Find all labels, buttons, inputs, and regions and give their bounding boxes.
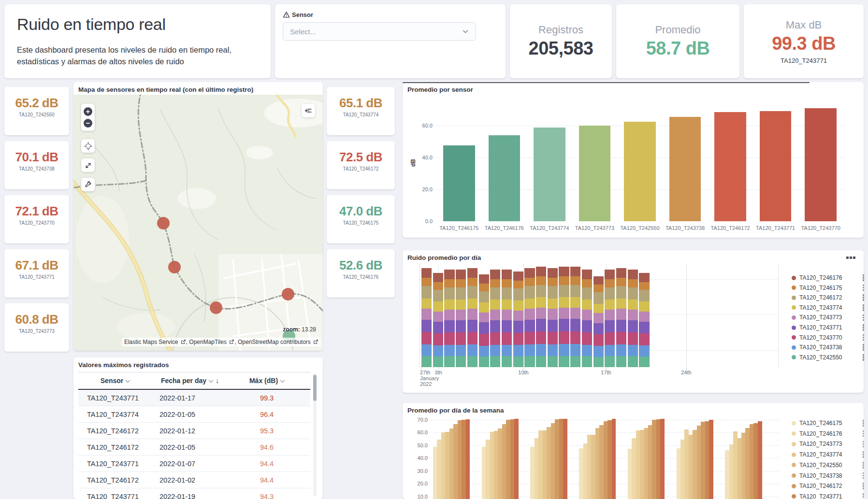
stack-segment-TA120_T243774[interactable] (616, 299, 626, 309)
legend-item-TA120_T242550[interactable]: TA120_T242550 (792, 462, 864, 469)
column-header-fecha[interactable]: Fecha per day ↓ (152, 377, 228, 385)
legend-item-TA120_T243770[interactable]: TA120_T243770 (792, 334, 864, 341)
sensor-map-marker[interactable] (168, 261, 181, 273)
stack-segment-TA120_T243770[interactable] (502, 332, 512, 345)
stack-segment-TA120_T243770[interactable] (524, 332, 535, 344)
stack-segment-TA120_T243771[interactable] (479, 322, 489, 334)
stack-segment-TA120_T246172[interactable] (593, 292, 604, 303)
stack-segment-TA120_T243771[interactable] (639, 322, 649, 333)
stack-segment-TA120_T243770[interactable] (456, 332, 466, 345)
stack-segment-TA120_T243770[interactable] (536, 331, 546, 344)
legend-actions-icon[interactable] (863, 451, 864, 458)
stack-segment-TA120_T246175[interactable] (456, 279, 466, 287)
set-view-button[interactable] (81, 139, 95, 153)
bar-TA120_T246172[interactable] (714, 112, 746, 221)
stack-segment-TA120_T243771[interactable] (536, 319, 546, 331)
legend-actions-icon[interactable] (863, 430, 864, 437)
stack-segment-TA120_T243773[interactable] (593, 313, 604, 323)
stack-segment-TA120_T243774[interactable] (548, 299, 558, 309)
legend-actions-icon[interactable] (863, 285, 865, 291)
stack-segment-TA120_T246175[interactable] (479, 284, 489, 291)
stack-segment-TA120_T243774[interactable] (605, 299, 615, 310)
legend-actions-icon[interactable] (863, 344, 865, 351)
stack-segment-TA120_T243771[interactable] (490, 320, 500, 332)
stack-segment-TA120_T243773[interactable] (490, 310, 500, 320)
stack-segment-TA120_T243738[interactable] (524, 344, 535, 356)
sensor-select[interactable]: Select... (283, 22, 476, 41)
legend-actions-icon[interactable] (863, 274, 865, 281)
legend-actions-icon[interactable] (863, 334, 865, 341)
stack-segment-TA120_T246176[interactable] (421, 268, 432, 278)
stack-segment-TA120_T243738[interactable] (421, 344, 432, 356)
stack-segment-TA120_T243774[interactable] (490, 299, 500, 310)
stack-segment-TA120_T246175[interactable] (444, 279, 454, 287)
stack-segment-TA120_T246175[interactable] (513, 281, 523, 289)
legend-item-TA120_T243774[interactable]: TA120_T243774 (792, 451, 864, 458)
stack-segment-TA120_T243771[interactable] (628, 320, 638, 332)
stack-segment-TA120_T243738[interactable] (456, 345, 466, 356)
stack-segment-TA120_T242550[interactable] (502, 356, 512, 367)
stack-segment-TA120_T246176[interactable] (548, 268, 558, 278)
stack-segment-TA120_T242550[interactable] (490, 356, 500, 367)
stack-segment-TA120_T246172[interactable] (524, 286, 535, 298)
stack-segment-TA120_T243738[interactable] (490, 345, 500, 356)
stack-segment-TA120_T246172[interactable] (628, 287, 638, 299)
stack-segment-TA120_T243773[interactable] (444, 310, 454, 320)
stack-segment-TA120_T243771[interactable] (616, 320, 626, 332)
stack-segment-TA120_T242550[interactable] (421, 356, 432, 367)
stack-segment-TA120_T246176[interactable] (467, 268, 477, 278)
table-row[interactable]: TA120_T243771 2022-01-07 94.4 (78, 456, 310, 472)
stack-segment-TA120_T242550[interactable] (548, 356, 558, 367)
stack-segment-TA120_T243774[interactable] (524, 299, 535, 309)
stack-segment-TA120_T246172[interactable] (513, 288, 523, 300)
stack-segment-TA120_T243738[interactable] (433, 345, 443, 356)
stack-segment-TA120_T243774[interactable] (570, 297, 580, 308)
stack-segment-TA120_T246175[interactable] (639, 282, 649, 290)
stack-segment-TA120_T243774[interactable] (582, 299, 592, 310)
column-header-sensor[interactable]: Sensor (78, 377, 152, 385)
stack-segment-TA120_T246172[interactable] (467, 286, 477, 298)
stack-segment-TA120_T243774[interactable] (502, 299, 512, 310)
stack-segment-TA120_T243771[interactable] (548, 320, 558, 332)
legend-item-TA120_T243738[interactable]: TA120_T243738 (792, 344, 864, 351)
bar-TA120_T243770[interactable] (758, 421, 762, 499)
stack-segment-TA120_T246176[interactable] (570, 267, 580, 276)
stack-segment-TA120_T243774[interactable] (421, 299, 432, 309)
stack-segment-TA120_T246172[interactable] (421, 286, 432, 298)
legend-item-TA120_T246175[interactable]: TA120_T246175 (792, 420, 864, 427)
sensor-map-marker[interactable] (282, 288, 294, 300)
bar-TA120_T243770[interactable] (466, 419, 470, 499)
stack-segment-TA120_T242550[interactable] (467, 356, 477, 367)
table-row[interactable]: TA120_T243774 2022-01-05 96.4 (78, 406, 310, 423)
stack-segment-TA120_T242550[interactable] (605, 356, 615, 367)
stack-segment-TA120_T246172[interactable] (616, 286, 626, 298)
stack-segment-TA120_T242550[interactable] (570, 356, 580, 367)
stack-segment-TA120_T243773[interactable] (639, 312, 649, 322)
stack-segment-TA120_T246176[interactable] (444, 270, 454, 279)
stack-segment-TA120_T243774[interactable] (593, 304, 604, 314)
stack-segment-TA120_T246172[interactable] (605, 287, 615, 299)
attribution-link[interactable]: OpenStreetMap contributors (238, 339, 318, 345)
stack-segment-TA120_T242550[interactable] (456, 356, 466, 367)
stack-segment-TA120_T242550[interactable] (444, 356, 454, 367)
stack-segment-TA120_T246175[interactable] (582, 279, 592, 287)
stack-segment-TA120_T246176[interactable] (559, 267, 569, 276)
stack-segment-TA120_T246176[interactable] (593, 276, 604, 285)
stack-segment-TA120_T246175[interactable] (433, 282, 443, 290)
stack-segment-TA120_T243771[interactable] (467, 320, 477, 332)
stack-segment-TA120_T246176[interactable] (524, 268, 535, 278)
legend-actions-icon[interactable] (863, 314, 865, 321)
stack-segment-TA120_T243771[interactable] (456, 320, 466, 332)
stack-segment-TA120_T243774[interactable] (628, 299, 638, 310)
stack-segment-TA120_T246176[interactable] (605, 270, 615, 279)
bar-TA120_T243770[interactable] (612, 419, 616, 499)
stack-segment-TA120_T243771[interactable] (513, 321, 523, 333)
attribution-link[interactable]: Elastic Maps Service (124, 339, 186, 345)
stack-segment-TA120_T243773[interactable] (628, 310, 638, 320)
stack-segment-TA120_T246176[interactable] (513, 271, 523, 281)
stack-segment-TA120_T243738[interactable] (582, 345, 592, 356)
legend-item-TA120_T243771[interactable]: TA120_T243771 (792, 324, 864, 331)
stack-segment-TA120_T243770[interactable] (639, 333, 649, 345)
bar-TA120_T242550[interactable] (624, 122, 656, 221)
legend-actions-icon[interactable] (863, 324, 865, 331)
